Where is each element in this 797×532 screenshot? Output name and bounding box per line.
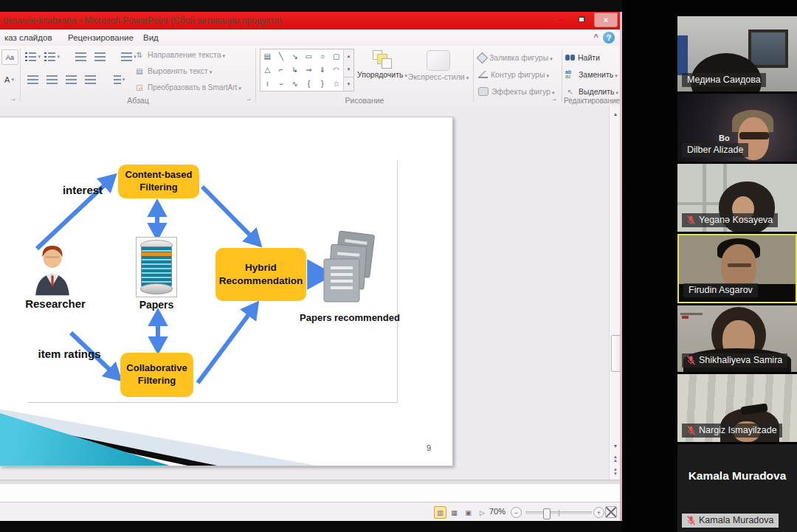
shape-icon[interactable]: ◠	[329, 63, 343, 77]
shapes-gallery-scroll: ▲▼▼	[343, 49, 353, 91]
change-case-button[interactable]: Аа	[1, 49, 18, 65]
restore-button[interactable]	[572, 13, 591, 26]
slide-work-area: Content-based Filtering interest Researc…	[0, 106, 622, 480]
group-drawing: ▤╲↘▭○▢△⌐↳⇒⇓◠≀⌣∿{}☆ ▲▼▼ Упорядочить Экспр…	[257, 46, 472, 106]
zoom-in-button[interactable]: +	[593, 507, 604, 518]
arrange-button[interactable]: Упорядочить	[357, 49, 404, 94]
shape-icon[interactable]: ○	[316, 49, 330, 63]
participant-video-7-no-video[interactable]: Kamala Muradova Kamala Muradova	[677, 444, 797, 532]
quick-styles-button[interactable]: Экспресс-стили	[407, 49, 469, 94]
slide-canvas[interactable]: Content-based Filtering interest Researc…	[0, 117, 453, 466]
participant-video-4-active-speaker[interactable]: Firudin Asgarov	[677, 234, 797, 303]
align-text-button[interactable]: ▤ Выровнять текст	[134, 63, 212, 78]
shape-icon[interactable]: ▭	[302, 49, 316, 63]
zoom-slider-thumb[interactable]	[543, 508, 551, 519]
shape-icon[interactable]: ⇒	[302, 63, 316, 77]
shape-effects-icon	[478, 87, 489, 96]
shape-icon[interactable]: {	[302, 77, 316, 90]
muted-mic-icon	[687, 516, 695, 525]
gallery-scroll-button[interactable]: ▼	[344, 77, 353, 91]
replace-button[interactable]: abac Заменить	[565, 67, 618, 82]
view-mode-button[interactable]: ▦	[448, 506, 460, 519]
ribbon: Аа А	[0, 46, 622, 107]
participant-name-label: Kamala Muradova	[682, 514, 779, 528]
zoom-out-button[interactable]: −	[511, 507, 522, 518]
fit-to-window-button[interactable]	[605, 506, 617, 518]
shape-icon[interactable]: ↳	[288, 63, 302, 77]
collapse-ribbon-icon[interactable]: ^	[594, 32, 598, 41]
decrease-indent-button[interactable]	[73, 49, 89, 63]
shapes-grid: ▤╲↘▭○▢△⌐↳⇒⇓◠≀⌣∿{}☆	[261, 49, 343, 91]
shape-icon[interactable]: ∿	[288, 77, 302, 90]
gallery-scroll-button[interactable]: ▲	[344, 49, 353, 63]
shape-effects-button[interactable]: Эффекты фигур	[478, 84, 554, 99]
papers-stack-icon[interactable]	[323, 229, 379, 308]
shape-format-dialog-launcher[interactable]	[552, 97, 559, 104]
papers-database-icon[interactable]	[136, 237, 177, 297]
align-text-label: Выровнять текст	[148, 66, 212, 75]
increase-indent-icon	[94, 52, 106, 61]
shape-icon[interactable]: ╲	[275, 49, 289, 63]
title-bar[interactable]: desasiie-kitabxana - Microsoft PowerPoin…	[0, 12, 622, 30]
powerpoint-window: desasiie-kitabxana - Microsoft PowerPoin…	[0, 0, 622, 532]
papers-label: Papers	[133, 299, 180, 311]
font-dialog-launcher[interactable]	[11, 97, 18, 104]
tab-slideshow-partial[interactable]: каз слайдов	[0, 32, 57, 44]
researcher-icon[interactable]	[31, 241, 74, 296]
select-icon: ↖	[565, 87, 576, 97]
shape-outline-label: Контур фигуры	[491, 70, 549, 79]
shape-icon[interactable]: ▤	[261, 49, 275, 63]
content-based-filtering-box[interactable]: Content-based Filtering	[118, 165, 199, 198]
tab-view[interactable]: Вид	[139, 32, 163, 44]
shape-fill-button[interactable]: Заливка фигуры	[478, 50, 553, 65]
paragraph-dialog-launcher[interactable]	[246, 97, 253, 104]
participant-video-6[interactable]: Nargiz Ismayilzade	[677, 374, 797, 442]
shape-icon[interactable]: △	[261, 63, 275, 77]
numbering-button[interactable]	[44, 49, 60, 63]
participant-video-1[interactable]: Медина Саидова	[677, 16, 797, 91]
participant-video-3[interactable]: Yeganə Kosayeva	[677, 164, 797, 232]
align-right-button[interactable]	[63, 72, 79, 86]
window-right-border	[620, 12, 622, 521]
font-color-button[interactable]: А	[1, 72, 17, 86]
shape-outline-button[interactable]: Контур фигуры	[478, 67, 549, 82]
notes-pane[interactable]	[0, 484, 622, 502]
align-center-button[interactable]	[44, 72, 60, 86]
shape-icon[interactable]: ☆	[329, 77, 343, 90]
convert-smartart-button[interactable]: ◲ Преобразовать в SmartArt	[134, 80, 241, 94]
minimize-button[interactable]: –	[550, 13, 569, 26]
text-direction-button[interactable]: ⇅ Направление текста	[134, 47, 225, 62]
view-mode-button[interactable]: ▷	[476, 506, 489, 519]
shape-icon[interactable]: ≀	[261, 77, 275, 90]
find-button[interactable]: Найти	[565, 50, 600, 65]
gallery-scroll-button[interactable]: ▼	[344, 63, 353, 76]
participant-name-label: Dilber Alizade	[682, 143, 748, 157]
zoom-slider-track[interactable]	[525, 511, 592, 514]
view-mode-button[interactable]: ▣	[462, 506, 475, 519]
help-button[interactable]: ?	[603, 32, 615, 44]
tab-review[interactable]: Рецензирование	[63, 32, 138, 44]
line-spacing-icon	[121, 52, 132, 61]
align-left-button[interactable]	[25, 72, 41, 86]
shape-icon[interactable]: ⌐	[275, 63, 289, 77]
participant-name: Firudin Asgarov	[689, 285, 753, 295]
shape-icon[interactable]: ⌣	[275, 77, 289, 90]
align-right-icon	[66, 75, 77, 84]
shapes-gallery: ▤╲↘▭○▢△⌐↳⇒⇓◠≀⌣∿{}☆ ▲▼▼	[260, 49, 354, 91]
increase-indent-button[interactable]	[92, 49, 108, 63]
interest-label: interest	[56, 184, 109, 196]
bullets-button[interactable]	[25, 49, 41, 63]
collaborative-filtering-box[interactable]: Collaborative Filtering	[120, 353, 193, 397]
select-label: Выделить	[579, 87, 618, 96]
close-button[interactable]: ×	[594, 13, 618, 27]
view-mode-button[interactable]: ▥	[434, 506, 446, 519]
shape-icon[interactable]: ⇓	[316, 63, 330, 77]
columns-button[interactable]	[111, 72, 127, 86]
justify-button[interactable]	[83, 72, 98, 86]
participant-video-2[interactable]: Bo Dilber Alizade	[677, 94, 797, 162]
shape-icon[interactable]: }	[316, 77, 330, 90]
shape-icon[interactable]: ▢	[329, 49, 343, 63]
participant-video-5[interactable]: Shikhaliyeva Samira	[677, 305, 797, 372]
hybrid-recommendation-box[interactable]: Hybrid Recommendation	[215, 248, 306, 301]
shape-icon[interactable]: ↘	[288, 49, 302, 63]
